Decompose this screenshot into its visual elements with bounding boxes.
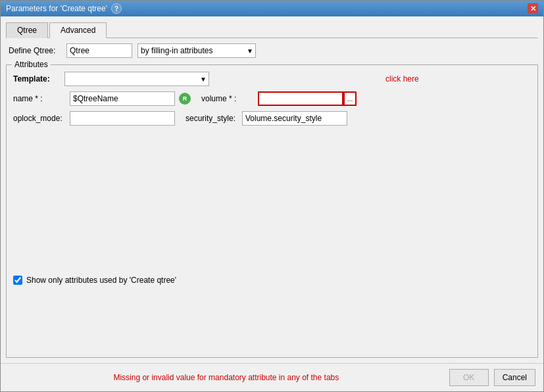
security-style-input[interactable]: [242, 111, 347, 126]
tab-qtree[interactable]: Qtree: [6, 22, 48, 38]
name-field-group: name * : R: [13, 91, 191, 106]
volume-field-group: volume * : ...: [201, 91, 357, 106]
attributes-group: Attributes Template: ▼ click here name *…: [6, 64, 538, 358]
template-label: Template:: [13, 74, 59, 84]
attributes-legend: Attributes: [12, 60, 51, 69]
define-qtree-select-wrapper: by filling-in attributes ▼: [137, 43, 256, 58]
checkbox-row: Show only attributes used by 'Create qtr…: [13, 270, 531, 285]
oplock-mode-field-group: oplock_mode:: [13, 111, 175, 126]
error-message: Missing or invalid value for mandatory a…: [9, 373, 444, 382]
click-here-hint: click here: [385, 74, 419, 84]
dialog-body: Qtree Advanced Define Qtree: by filling-…: [1, 16, 543, 363]
template-select-wrapper: ▼: [64, 72, 209, 86]
tab-bar: Qtree Advanced: [6, 22, 538, 38]
security-style-label: security_style:: [185, 114, 238, 123]
dialog-window: Parameters for 'Create qtree' ? ✕ Qtree …: [0, 0, 544, 392]
define-qtree-label: Define Qtree:: [9, 46, 61, 55]
form-row-2: oplock_mode: security_style:: [13, 111, 531, 126]
define-qtree-input[interactable]: [66, 43, 132, 58]
close-button[interactable]: ✕: [528, 3, 538, 14]
title-bar-left: Parameters for 'Create qtree' ?: [6, 3, 122, 14]
volume-browse-button[interactable]: ...: [343, 91, 357, 106]
bottom-bar: Missing or invalid value for mandatory a…: [1, 363, 543, 391]
help-icon[interactable]: ?: [111, 3, 122, 14]
show-attributes-checkbox[interactable]: [13, 276, 22, 285]
volume-label: volume * :: [201, 94, 254, 103]
oplock-mode-label: oplock_mode:: [13, 114, 66, 123]
title-bar: Parameters for 'Create qtree' ? ✕: [1, 1, 543, 16]
volume-input-group: ...: [258, 91, 357, 106]
volume-input[interactable]: [258, 91, 343, 106]
cancel-button[interactable]: Cancel: [494, 369, 535, 386]
define-qtree-row: Define Qtree: by filling-in attributes ▼: [6, 43, 538, 58]
define-qtree-select[interactable]: by filling-in attributes: [137, 43, 256, 58]
reset-button[interactable]: R: [179, 93, 191, 105]
form-rows: name * : R volume * : ...: [13, 91, 531, 126]
tab-advanced[interactable]: Advanced: [49, 22, 107, 38]
template-select[interactable]: [64, 72, 209, 86]
security-style-field-group: security_style:: [185, 111, 347, 126]
oplock-mode-input[interactable]: [70, 111, 175, 126]
name-label: name * :: [13, 94, 66, 103]
dialog-title: Parameters for 'Create qtree': [6, 4, 107, 13]
ok-button[interactable]: OK: [449, 369, 489, 386]
name-input[interactable]: [70, 91, 175, 106]
form-row-1: name * : R volume * : ...: [13, 91, 531, 106]
show-attributes-label: Show only attributes used by 'Create qtr…: [26, 276, 176, 285]
template-row: Template: ▼ click here: [13, 72, 531, 86]
